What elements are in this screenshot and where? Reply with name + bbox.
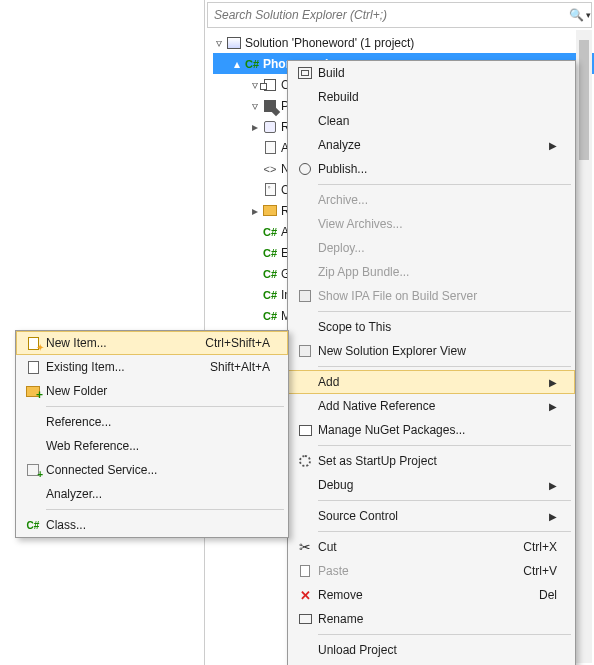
project-context-menu: BuildRebuildCleanAnalyze▶Publish...Archi…: [287, 60, 576, 665]
menu-item-label: Unload Project: [318, 643, 557, 657]
menu-item[interactable]: Scope to This: [288, 315, 575, 339]
globe-icon: [292, 163, 318, 175]
solution-icon: [225, 37, 243, 49]
search-input[interactable]: [208, 8, 569, 22]
menu-item-label: Archive...: [318, 193, 557, 207]
menu-item[interactable]: Reference...: [16, 410, 288, 434]
connected-service-icon: [20, 464, 46, 476]
menu-item[interactable]: Rebuild: [288, 85, 575, 109]
menu-item[interactable]: C#Class...: [16, 513, 288, 537]
menu-item-label: Debug: [318, 478, 545, 492]
menu-item[interactable]: Analyze▶: [288, 133, 575, 157]
menu-item-label: Analyze: [318, 138, 545, 152]
menu-item[interactable]: Web Reference...: [16, 434, 288, 458]
menu-item[interactable]: Add Native Reference▶: [288, 394, 575, 418]
menu-item-label: New Item...: [46, 336, 205, 350]
menu-item-label: Add Native Reference: [318, 399, 545, 413]
menu-item-shortcut: Del: [539, 588, 557, 602]
scrollbar-thumb[interactable]: [579, 40, 589, 160]
item-icon: C#: [261, 289, 279, 301]
menu-item[interactable]: Clean: [288, 109, 575, 133]
ipa-icon: [292, 345, 318, 357]
item-icon: [261, 121, 279, 133]
menu-separator: [46, 509, 284, 510]
menu-item-label: Class...: [46, 518, 270, 532]
menu-item[interactable]: New Item...Ctrl+Shift+A: [16, 331, 288, 355]
paste-icon: [292, 565, 318, 577]
menu-item[interactable]: Analyzer...: [16, 482, 288, 506]
solution-label: Solution 'Phoneword' (1 project): [243, 36, 414, 50]
menu-item[interactable]: ✂CutCtrl+X: [288, 535, 575, 559]
expand-icon[interactable]: ▿: [249, 99, 261, 113]
menu-item-label: Manage NuGet Packages...: [318, 423, 557, 437]
menu-item[interactable]: New Solution Explorer View: [288, 339, 575, 363]
menu-item[interactable]: New Folder: [16, 379, 288, 403]
menu-item-label: Connected Service...: [46, 463, 270, 477]
expand-icon[interactable]: ▴: [231, 57, 243, 71]
item-icon: C#: [261, 226, 279, 238]
item-icon: <>: [261, 163, 279, 175]
menu-item-label: Reference...: [46, 415, 270, 429]
cut-icon: ✂: [292, 539, 318, 555]
menu-item[interactable]: Set as StartUp Project: [288, 449, 575, 473]
menu-separator: [318, 311, 571, 312]
menu-item-label: New Solution Explorer View: [318, 344, 557, 358]
menu-item-label: Publish...: [318, 162, 557, 176]
menu-item-label: Paste: [318, 564, 523, 578]
menu-item-label: Cut: [318, 540, 523, 554]
menu-item-label: Deploy...: [318, 241, 557, 255]
item-icon: [261, 79, 279, 91]
menu-item: Zip App Bundle...: [288, 260, 575, 284]
menu-item[interactable]: Debug▶: [288, 473, 575, 497]
menu-item-label: Clean: [318, 114, 557, 128]
menu-item[interactable]: Connected Service...: [16, 458, 288, 482]
menu-item-shortcut: Ctrl+V: [523, 564, 557, 578]
search-box[interactable]: 🔍▾: [207, 2, 592, 28]
existing-item-icon: [20, 361, 46, 374]
menu-item-shortcut: Ctrl+Shift+A: [205, 336, 270, 350]
item-icon: [261, 183, 279, 196]
menu-item-label: New Folder: [46, 384, 270, 398]
pkg-icon: [292, 425, 318, 436]
gear-icon: [292, 455, 318, 467]
menu-item-label: Analyzer...: [46, 487, 270, 501]
menu-item-label: Rebuild: [318, 90, 557, 104]
menu-item[interactable]: Add▶: [288, 370, 575, 394]
item-icon: C#: [261, 268, 279, 280]
menu-item[interactable]: Source Control▶: [288, 504, 575, 528]
menu-item[interactable]: Manage NuGet Packages...: [288, 418, 575, 442]
vertical-scrollbar[interactable]: [576, 30, 592, 663]
menu-separator: [318, 500, 571, 501]
menu-item: Archive...: [288, 188, 575, 212]
menu-item: Show IPA File on Build Server: [288, 284, 575, 308]
expand-icon[interactable]: ▸: [249, 204, 261, 218]
menu-item[interactable]: Rename: [288, 607, 575, 631]
expand-icon[interactable]: ▸: [249, 120, 261, 134]
class-icon: C#: [20, 520, 46, 531]
menu-item[interactable]: Unload Project: [288, 638, 575, 662]
expand-icon[interactable]: ▿: [213, 36, 225, 50]
submenu-arrow-icon: ▶: [545, 377, 557, 388]
menu-item-label: Build: [318, 66, 557, 80]
solution-node[interactable]: ▿ Solution 'Phoneword' (1 project): [213, 32, 594, 53]
item-icon: [261, 141, 279, 154]
menu-separator: [318, 366, 571, 367]
item-icon: [261, 205, 279, 216]
menu-item-shortcut: Ctrl+X: [523, 540, 557, 554]
menu-separator: [318, 531, 571, 532]
menu-item[interactable]: Existing Item...Shift+Alt+A: [16, 355, 288, 379]
menu-item[interactable]: Publish...: [288, 157, 575, 181]
menu-item-shortcut: Shift+Alt+A: [210, 360, 270, 374]
new-item-icon: [20, 337, 46, 350]
search-icon[interactable]: 🔍▾: [569, 8, 591, 22]
add-submenu: New Item...Ctrl+Shift+AExisting Item...S…: [15, 330, 289, 538]
menu-item[interactable]: Build: [288, 61, 575, 85]
menu-item-label: Web Reference...: [46, 439, 270, 453]
menu-item[interactable]: ✕RemoveDel: [288, 583, 575, 607]
submenu-arrow-icon: ▶: [545, 480, 557, 491]
menu-item-label: Source Control: [318, 509, 545, 523]
menu-item: Deploy...: [288, 236, 575, 260]
item-icon: C#: [261, 310, 279, 322]
rename-icon: [292, 614, 318, 624]
menu-item: PasteCtrl+V: [288, 559, 575, 583]
